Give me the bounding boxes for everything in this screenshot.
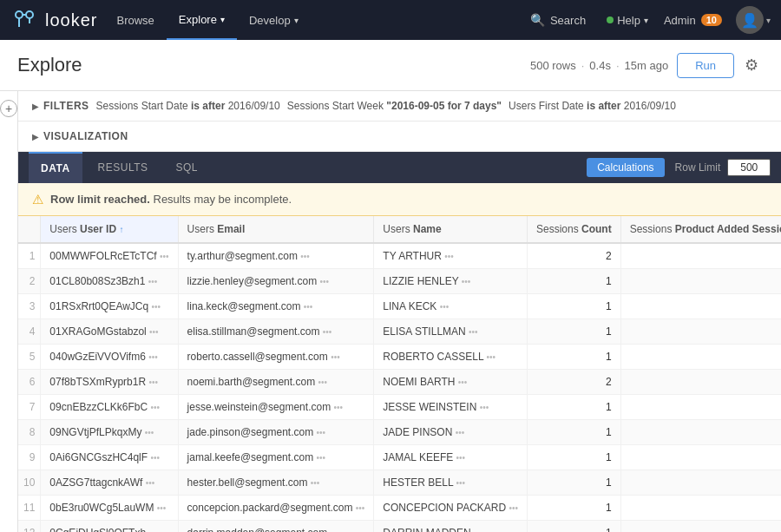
col-email[interactable]: Users Email	[178, 216, 374, 243]
settings-button[interactable]: ⚙	[739, 50, 764, 80]
email-dots-icon[interactable]: •••	[318, 378, 327, 387]
filters-toggle[interactable]: ▶ FILTERS	[32, 100, 89, 112]
email-dots-icon[interactable]: •••	[316, 428, 325, 437]
row-number: 3	[18, 294, 41, 319]
avatar-button[interactable]: 👤	[736, 6, 764, 34]
calculations-button[interactable]: Calculations	[587, 158, 664, 177]
product-count-cell: 1	[620, 445, 781, 470]
email-dots-icon[interactable]: •••	[323, 327, 332, 337]
id-dots-icon[interactable]: •••	[145, 428, 154, 437]
top-nav: looker Browse Explore ▾ Develop ▾ 🔍 Sear…	[0, 0, 781, 40]
id-dots-icon[interactable]: •••	[148, 352, 158, 362]
name-dots-icon[interactable]: •••	[458, 378, 468, 387]
id-dots-icon[interactable]: •••	[148, 277, 158, 286]
nav-develop[interactable]: Develop ▾	[237, 0, 311, 40]
tab-sql[interactable]: SQL	[164, 152, 211, 183]
id-dots-icon[interactable]: •••	[150, 403, 160, 412]
sort-asc-icon: ↑	[119, 225, 123, 234]
col-sessions-count[interactable]: Sessions Count	[528, 216, 621, 243]
product-count-cell: 0	[620, 420, 781, 445]
user-id-cell: 01RSxRrt0QEAwJCq •••	[41, 294, 178, 319]
col-name[interactable]: Users Name	[374, 216, 528, 243]
name-dots-icon[interactable]: •••	[480, 403, 489, 412]
page-title: Explore	[17, 54, 530, 76]
row-limit-input[interactable]	[727, 159, 771, 176]
email-dots-icon[interactable]: •••	[304, 302, 313, 312]
id-dots-icon[interactable]: •••	[149, 327, 159, 337]
svg-point-1	[26, 11, 33, 18]
name-dots-icon[interactable]: •••	[462, 277, 471, 286]
name-dots-icon[interactable]: •••	[474, 529, 483, 532]
filters-arrow-icon: ▶	[32, 102, 39, 111]
email-dots-icon[interactable]: •••	[333, 403, 343, 412]
name-dots-icon[interactable]: •••	[456, 453, 466, 463]
col-user-id[interactable]: Users User ID ↑	[41, 216, 178, 243]
user-id-cell: 09NGVtjPfLPkqxMy •••	[41, 420, 178, 445]
email-cell: roberto.cassell@segment.com •••	[178, 345, 374, 370]
avatar-chevron-icon: ▾	[766, 16, 771, 25]
table-row: 2 01CL80b08Sz3Bzh1 ••• lizzie.henley@seg…	[18, 269, 781, 294]
develop-chevron-icon: ▾	[294, 16, 299, 25]
svg-point-0	[16, 11, 23, 18]
warning-bold-text: Row limit reached.	[50, 193, 150, 206]
nav-explore[interactable]: Explore ▾	[167, 0, 237, 40]
user-id-cell: 09cnEBzzCLKk6FbC •••	[41, 395, 178, 420]
email-cell: jamal.keefe@segment.com •••	[178, 445, 374, 470]
name-dots-icon[interactable]: •••	[456, 478, 466, 488]
viz-label: VISUALIZATION	[43, 130, 128, 142]
data-table: Users User ID ↑ Users Email Users Name S…	[18, 216, 781, 532]
id-dots-icon[interactable]: •••	[148, 529, 158, 532]
user-id-cell: 07f8bTSXmRyprb1R •••	[41, 370, 178, 395]
product-count-cell: 0	[620, 470, 781, 496]
warning-icon: ⚠	[32, 192, 43, 207]
tab-results[interactable]: RESULTS	[86, 152, 161, 183]
name-dots-icon[interactable]: •••	[487, 352, 496, 362]
email-cell: darrin.madden@segment.com •••	[178, 521, 374, 533]
email-dots-icon[interactable]: •••	[331, 352, 340, 362]
row-number: 12	[18, 521, 41, 533]
name-cell: LIZZIE HENLEY •••	[374, 269, 528, 294]
run-button[interactable]: Run	[677, 53, 734, 78]
name-dots-icon[interactable]: •••	[509, 503, 518, 513]
header-meta: 500 rows · 0.4s · 15m ago	[530, 59, 668, 72]
product-count-cell: 1	[620, 496, 781, 521]
table-row: 4 01XRAGoMGstabzol ••• elisa.stillman@se…	[18, 319, 781, 345]
email-dots-icon[interactable]: •••	[356, 503, 365, 513]
email-dots-icon[interactable]: •••	[300, 252, 310, 261]
id-dots-icon[interactable]: •••	[146, 478, 155, 488]
table-row: 11 0bE3ru0WCg5LauWM ••• concepcion.packa…	[18, 496, 781, 521]
row-number: 2	[18, 269, 41, 294]
id-dots-icon[interactable]: •••	[152, 302, 161, 312]
row-number: 4	[18, 319, 41, 345]
tab-data[interactable]: DATA	[29, 152, 82, 183]
email-dots-icon[interactable]: •••	[316, 453, 325, 463]
col-product-count[interactable]: Sessions Product Added Session Count	[620, 216, 781, 243]
email-dots-icon[interactable]: •••	[330, 529, 339, 532]
name-dots-icon[interactable]: •••	[440, 302, 450, 312]
admin-button[interactable]: Admin 10	[657, 14, 729, 27]
table-container: Users User ID ↑ Users Email Users Name S…	[18, 216, 781, 532]
table-row: 1 00MWWFOLRcETcTCf ••• ty.arthur@segment…	[18, 243, 781, 269]
row-limit-label: Row Limit	[675, 161, 721, 174]
name-dots-icon[interactable]: •••	[469, 327, 478, 337]
row-number: 6	[18, 370, 41, 395]
add-field-button[interactable]: +	[0, 100, 17, 117]
email-dots-icon[interactable]: •••	[319, 277, 329, 286]
id-dots-icon[interactable]: •••	[150, 453, 160, 463]
name-dots-icon[interactable]: •••	[456, 428, 465, 437]
logo[interactable]: looker	[10, 6, 97, 34]
help-button[interactable]: Help ▾	[598, 0, 657, 40]
visualization-toggle[interactable]: ▶ VISUALIZATION	[32, 130, 128, 142]
count-cell: 1	[528, 420, 621, 445]
email-dots-icon[interactable]: •••	[311, 478, 320, 488]
help-dot	[607, 16, 614, 23]
dot1: ·	[581, 59, 585, 72]
search-button[interactable]: 🔍 Search	[518, 0, 598, 40]
filter-2: Sessions Start Week "2016-09-05 for 7 da…	[287, 100, 502, 112]
id-dots-icon[interactable]: •••	[157, 503, 167, 513]
id-dots-icon[interactable]: •••	[160, 252, 169, 261]
help-chevron-icon: ▾	[644, 16, 648, 25]
nav-browse[interactable]: Browse	[104, 0, 166, 40]
name-dots-icon[interactable]: •••	[444, 252, 454, 261]
id-dots-icon[interactable]: •••	[148, 378, 158, 387]
